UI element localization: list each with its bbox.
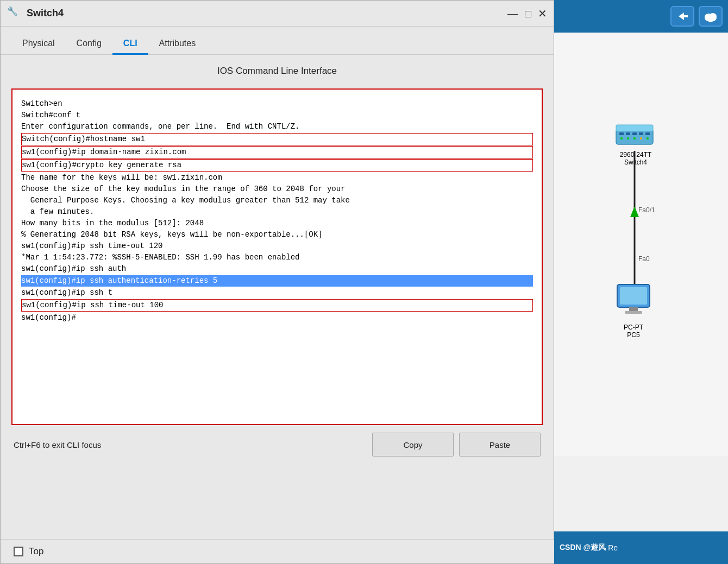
pc-label: PC-PT PC5 [624,324,643,339]
network-diagram: 2960-24TT Switch4 Fa0/1 Fa0 [554,33,728,456]
connection-lines [554,33,728,456]
maximize-button[interactable]: □ [525,8,531,19]
svg-marker-19 [630,206,639,217]
right-top-bar [554,0,728,33]
fa01-label: Fa0/1 [638,206,655,214]
cloud-button[interactable] [699,6,723,27]
svg-rect-10 [632,132,637,135]
svg-rect-11 [639,132,643,135]
tab-bar: Physical Config CLI Attributes [1,27,554,55]
svg-point-14 [627,137,629,140]
right-panel: 2960-24TT Switch4 Fa0/1 Fa0 [554,0,728,564]
app-icon: 🔧 [7,6,22,21]
re-label: Re [608,543,618,552]
title-left: 🔧 Switch4 [7,6,64,21]
svg-rect-8 [619,132,624,135]
svg-rect-9 [626,132,630,135]
svg-point-15 [633,137,636,140]
main-window: 🔧 Switch4 — □ ✕ Physical Config CLI Attr… [0,0,554,564]
cli-section-header: IOS Command Line Interface [1,55,554,88]
top-label: Top [29,546,43,557]
title-controls: — □ ✕ [507,8,547,19]
svg-rect-12 [645,132,650,135]
svg-rect-7 [616,125,653,131]
svg-rect-23 [625,311,642,314]
back-button[interactable] [670,6,694,27]
svg-point-16 [640,137,642,140]
bottom-bar: Ctrl+F6 to exit CLI focus Copy Paste [1,425,554,464]
svg-point-13 [620,137,623,140]
tab-config[interactable]: Config [66,34,112,54]
switch-icon [614,119,657,150]
section-title: IOS Command Line Interface [11,66,543,77]
pc5-device[interactable]: PC-PT PC5 [614,282,653,339]
action-buttons: Copy Paste [372,433,541,457]
cli-terminal[interactable]: Switch>enSwitch#conf tEnter configuratio… [11,88,543,425]
switch-label: 2960-24TT Switch4 [620,151,652,166]
minimize-button[interactable]: — [507,8,518,19]
tab-attributes[interactable]: Attributes [148,34,207,54]
svg-rect-21 [620,287,647,305]
close-button[interactable]: ✕ [538,8,547,19]
right-bottom-bar: CSDN @遊风 Re [554,531,728,564]
tab-physical[interactable]: Physical [11,34,66,54]
cli-hint: Ctrl+F6 to exit CLI focus [14,440,101,449]
title-bar: 🔧 Switch4 — □ ✕ [1,1,554,27]
fa0-label: Fa0 [638,255,650,263]
cli-output[interactable]: Switch>enSwitch#conf tEnter configuratio… [12,90,542,424]
switch4-device[interactable]: 2960-24TT Switch4 [614,119,657,166]
top-checkbox[interactable] [14,547,23,556]
csdn-label: CSDN @遊风 [560,543,606,553]
pc-icon [614,282,653,322]
svg-rect-22 [629,307,638,311]
paste-button[interactable]: Paste [459,433,541,457]
svg-point-2 [709,13,717,20]
tab-cli[interactable]: CLI [112,34,148,54]
footer: Top [1,539,555,563]
svg-point-17 [647,137,649,140]
copy-button[interactable]: Copy [372,433,454,457]
window-title: Switch4 [27,8,64,19]
